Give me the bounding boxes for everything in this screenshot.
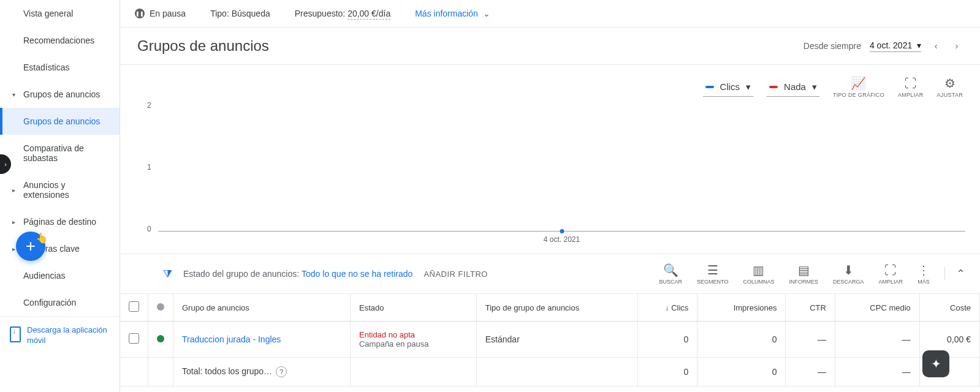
- adgroups-table: Grupo de anuncios Estado Tipo de grupo d…: [120, 294, 980, 386]
- cell-impr: 0: [697, 322, 786, 358]
- expand-button[interactable]: ⛶AMPLIAR: [878, 263, 903, 285]
- chevron-down-icon: ⌄: [483, 9, 490, 18]
- table-toolbar: ⧩ Estado del grupo de anuncios: Todo lo …: [120, 254, 980, 294]
- nav-audiences[interactable]: Audiencias: [0, 262, 120, 289]
- nav-stats[interactable]: Estadísticas: [0, 54, 120, 81]
- col-type[interactable]: Tipo de grupo de anuncios: [476, 294, 638, 322]
- cell-type: Estándar: [476, 322, 638, 358]
- x-tick-label: 4 oct. 2021: [544, 235, 580, 244]
- metric-2-color: [769, 86, 778, 88]
- search-icon: 🔍: [663, 263, 678, 277]
- columns-icon: ▥: [753, 263, 764, 277]
- y-tick-1: 1: [147, 163, 151, 172]
- col-state[interactable]: Estado: [350, 294, 476, 322]
- campaign-status-bar: ❚❚ En pausa Tipo: Búsqueda Presupuesto: …: [120, 0, 980, 28]
- help-icon[interactable]: ?: [276, 366, 287, 377]
- segment-button[interactable]: ☰SEGMENTO: [697, 263, 728, 285]
- reports-button[interactable]: ▤INFORMES: [789, 263, 818, 285]
- columns-button[interactable]: ▥COLUMNAS: [743, 263, 774, 285]
- chart-type-button[interactable]: 📈 TIPO DE GRÁFICO: [833, 76, 884, 98]
- table-row[interactable]: Traduccion jurada - Ingles Entidad no ap…: [120, 322, 980, 358]
- nav-recommendations[interactable]: Recomendaciones: [0, 27, 120, 54]
- status-header-icon: [157, 303, 164, 311]
- collapse-chart-button[interactable]: ⌃: [944, 267, 965, 281]
- nav-adgroups[interactable]: Grupos de anuncios: [0, 108, 120, 135]
- segment-icon: ☰: [707, 263, 718, 277]
- adgroup-link[interactable]: Traduccion jurada - Ingles: [182, 334, 281, 344]
- dropdown-icon: ▾: [746, 81, 751, 92]
- table-total-row: Total: todos los grupo…? 0 0 — —: [120, 358, 980, 386]
- nav-landing-pages[interactable]: Páginas de destino: [0, 208, 120, 235]
- nav-ads-extensions[interactable]: Anuncios y extensiones: [0, 172, 120, 208]
- col-cost[interactable]: Coste: [919, 294, 979, 322]
- state-error: Entidad no apta: [359, 330, 468, 339]
- date-next-button[interactable]: ›: [951, 40, 963, 52]
- sliders-icon: ⚙: [944, 76, 955, 91]
- download-icon: ⬇: [843, 263, 854, 277]
- download-app-link[interactable]: Descarga la aplicación móvil: [0, 316, 120, 355]
- expand-icon: ⛶: [905, 77, 917, 91]
- date-range-label: Desde siempre: [803, 41, 861, 51]
- filter-chip[interactable]: Estado del grupo de anuncios: Todo lo qu…: [183, 269, 412, 279]
- chart-line-icon: 📈: [851, 76, 866, 91]
- search-button[interactable]: 🔍BUSCAR: [659, 263, 683, 285]
- col-ctr[interactable]: CTR: [786, 294, 835, 322]
- status-chip[interactable]: ❚❚ En pausa: [135, 9, 186, 18]
- y-tick-0: 0: [147, 225, 151, 233]
- data-point: [560, 229, 564, 233]
- assistant-button[interactable]: ✦: [922, 350, 949, 377]
- chart-expand-button[interactable]: ⛶ AMPLIAR: [898, 77, 924, 98]
- download-app-label: Descarga la aplicación móvil: [27, 325, 110, 346]
- expand-icon: ⛶: [884, 263, 897, 277]
- status-dot: [157, 335, 164, 342]
- sidebar: Vista general Recomendaciones Estadístic…: [0, 0, 120, 392]
- add-filter-button[interactable]: AÑADIR FILTRO: [424, 270, 488, 279]
- dropdown-icon: ▾: [812, 81, 817, 92]
- more-icon: ⋮: [917, 263, 930, 277]
- metric-2-selector[interactable]: Nada▾: [767, 78, 819, 97]
- filter-icon[interactable]: ⧩: [163, 268, 172, 281]
- cell-cpc: —: [835, 322, 919, 358]
- page-title: Grupos de anuncios: [137, 37, 269, 55]
- chart-adjust-button[interactable]: ⚙ AJUSTAR: [937, 76, 963, 98]
- status-text: En pausa: [150, 9, 186, 18]
- chart-plot: 2 1 0 4 oct. 2021: [150, 103, 965, 232]
- campaign-type: Tipo: Búsqueda: [210, 9, 270, 18]
- download-button[interactable]: ⬇DESCARGA: [833, 263, 864, 285]
- x-axis: 4 oct. 2021: [158, 231, 965, 232]
- total-label: Total: todos los grupo…: [182, 366, 272, 376]
- nav-overview[interactable]: Vista general: [0, 0, 120, 27]
- col-cpc[interactable]: CPC medio: [835, 294, 919, 322]
- nav-auction-insights[interactable]: Comparativa de subastas: [0, 135, 120, 172]
- date-range-value: 4 oct. 2021 ▾: [870, 40, 921, 52]
- date-prev-button[interactable]: ‹: [930, 40, 942, 52]
- more-button[interactable]: ⋮MÁS: [917, 263, 930, 285]
- reports-icon: ▤: [798, 263, 810, 277]
- select-all-checkbox[interactable]: [129, 301, 139, 312]
- state-sub: Campaña en pausa: [359, 339, 468, 349]
- cell-clicks: 0: [638, 322, 697, 358]
- col-group[interactable]: Grupo de anuncios: [173, 294, 351, 322]
- sort-desc-icon: ↓: [665, 304, 669, 312]
- row-checkbox[interactable]: [129, 333, 139, 344]
- y-tick-2: 2: [147, 101, 151, 110]
- date-range-picker[interactable]: Desde siempre 4 oct. 2021 ▾ ‹ ›: [803, 40, 963, 52]
- col-impressions[interactable]: Impresiones: [697, 294, 786, 322]
- mobile-download-icon: [10, 326, 21, 342]
- metric-1-color: [705, 86, 714, 88]
- main-content: ❚❚ En pausa Tipo: Búsqueda Presupuesto: …: [120, 0, 980, 392]
- campaign-budget[interactable]: Presupuesto: 20,00 €/día: [295, 9, 390, 18]
- cell-ctr: —: [786, 322, 835, 358]
- metric-1-selector[interactable]: Clics▾: [703, 78, 754, 97]
- nav-settings[interactable]: Configuración: [0, 289, 120, 316]
- nav-adgroups-parent[interactable]: Grupos de anuncios: [0, 81, 120, 108]
- more-info-toggle[interactable]: Más información ⌄: [415, 9, 490, 18]
- col-clicks[interactable]: ↓Clics: [638, 294, 697, 322]
- pause-icon: ❚❚: [135, 9, 145, 18]
